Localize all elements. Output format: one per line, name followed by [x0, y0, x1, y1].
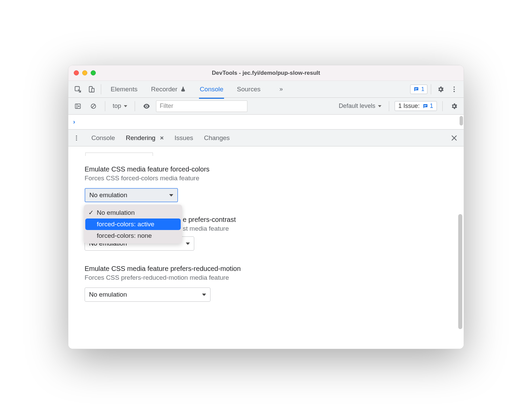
svg-point-10 [146, 106, 147, 107]
panel-scrollbar[interactable] [458, 214, 462, 329]
drawer-tab-console[interactable]: Console [91, 131, 116, 145]
forced-colors-section: Emulate CSS media feature forced-colors … [85, 165, 447, 202]
svg-point-13 [76, 135, 77, 136]
main-toolbar: Elements Recorder Console Sources » 1 [68, 81, 464, 98]
svg-point-14 [76, 137, 77, 138]
rendering-panel: Emulate CSS media feature forced-colors … [68, 146, 464, 349]
drawer-tab-issues[interactable]: Issues [174, 131, 194, 145]
console-divider-2 [135, 101, 135, 111]
chevron-down-icon [169, 194, 173, 197]
svg-rect-12 [424, 106, 426, 107]
tab-elements[interactable]: Elements [110, 82, 138, 96]
inspect-element-icon[interactable] [72, 83, 84, 95]
tab-recorder-label: Recorder [151, 86, 177, 93]
drawer-kebab-icon[interactable] [72, 132, 81, 144]
filter-input[interactable] [156, 100, 247, 112]
console-divider-1 [105, 101, 105, 111]
context-selector[interactable]: top [111, 101, 129, 111]
dropdown-option-none[interactable]: forced-colors: none [85, 230, 181, 242]
svg-point-5 [453, 86, 455, 88]
svg-rect-3 [415, 88, 418, 89]
issues-count: 1 [421, 86, 424, 93]
issues-link-count: 1 [430, 102, 433, 110]
context-label: top [113, 102, 121, 110]
tab-recorder[interactable]: Recorder [150, 82, 187, 96]
forced-colors-select[interactable]: No emulation [85, 188, 178, 202]
devtools-window: DevTools - jec.fyi/demo/pup-slow-result … [68, 65, 464, 349]
tab-console[interactable]: Console [199, 82, 224, 96]
chat-icon [413, 86, 419, 92]
main-tabs: Elements Recorder Console Sources » [110, 82, 283, 96]
drawer-tab-rendering[interactable]: Rendering × [125, 131, 164, 145]
forced-colors-subtitle: Forces CSS forced-colors media feature [85, 175, 447, 182]
close-window-button[interactable] [74, 70, 79, 75]
live-expression-icon[interactable] [140, 100, 153, 112]
prm-value: No emulation [89, 291, 127, 298]
clear-console-icon[interactable] [87, 100, 99, 112]
svg-rect-11 [424, 105, 427, 106]
window-title: DevTools - jec.fyi/demo/pup-slow-result [68, 70, 464, 76]
issues-link-label: 1 Issue: [398, 102, 420, 110]
prompt-caret: › [73, 118, 75, 125]
console-divider-3 [389, 101, 389, 111]
chevron-down-icon [378, 105, 381, 107]
forced-colors-value: No emulation [89, 191, 127, 199]
close-tab-icon[interactable]: × [160, 134, 164, 141]
kebab-menu-icon[interactable] [448, 83, 460, 95]
toolbar-divider [101, 84, 101, 94]
prm-title: Emulate CSS media feature prefers-reduce… [85, 265, 447, 273]
dropdown-option-active[interactable]: forced-colors: active [85, 218, 181, 230]
more-tabs-button[interactable]: » [280, 86, 283, 93]
titlebar: DevTools - jec.fyi/demo/pup-slow-result [68, 65, 464, 81]
svg-rect-4 [415, 89, 417, 90]
settings-gear-icon[interactable] [435, 83, 447, 95]
minimize-window-button[interactable] [82, 70, 87, 75]
forced-colors-title: Emulate CSS media feature forced-colors [85, 165, 447, 173]
chevron-down-icon [124, 105, 127, 107]
console-prompt[interactable]: › [68, 115, 464, 130]
issues-indicator[interactable]: 1 [410, 85, 427, 94]
console-sidebar-toggle-icon[interactable] [72, 100, 84, 112]
svg-point-7 [453, 91, 455, 92]
chevron-down-icon [186, 243, 190, 245]
option-label: forced-colors: active [97, 221, 154, 228]
prm-select[interactable]: No emulation [85, 288, 210, 302]
dropdown-option-no-emulation[interactable]: ✓ No emulation [85, 207, 181, 218]
console-divider-4 [442, 101, 443, 111]
drawer-toolbar: Console Rendering × Issues Changes [68, 130, 464, 146]
tab-sources[interactable]: Sources [236, 82, 261, 96]
window-controls [74, 70, 96, 75]
forced-colors-dropdown: ✓ No emulation forced-colors: active for… [84, 205, 182, 244]
chat-icon [422, 103, 428, 109]
toolbar-divider-2 [431, 84, 431, 94]
prm-subtitle: Forces CSS prefers-reduced-motion media … [85, 274, 447, 281]
log-levels-selector[interactable]: Default levels [337, 101, 383, 111]
console-settings-gear-icon[interactable] [448, 100, 460, 112]
issues-link[interactable]: 1 Issue: 1 [395, 101, 437, 111]
zoom-window-button[interactable] [91, 70, 96, 75]
option-label: forced-colors: none [97, 232, 152, 239]
close-drawer-icon[interactable] [448, 132, 460, 144]
check-icon: ✓ [88, 209, 94, 216]
chevron-down-icon [202, 294, 206, 296]
svg-point-15 [76, 139, 77, 140]
log-levels-label: Default levels [339, 102, 375, 110]
previous-select-peek [85, 153, 153, 156]
flask-icon [180, 86, 186, 92]
svg-point-6 [453, 89, 455, 90]
console-scrollbar[interactable] [460, 116, 463, 125]
drawer-tab-rendering-label: Rendering [126, 134, 156, 141]
device-toggle-icon[interactable] [85, 83, 97, 95]
drawer-tab-changes[interactable]: Changes [203, 131, 230, 145]
console-toolbar: top Default levels 1 Issue: 1 [68, 98, 464, 115]
svg-rect-2 [92, 88, 94, 92]
prefers-reduced-motion-section: Emulate CSS media feature prefers-reduce… [85, 265, 447, 302]
option-label: No emulation [97, 209, 135, 216]
